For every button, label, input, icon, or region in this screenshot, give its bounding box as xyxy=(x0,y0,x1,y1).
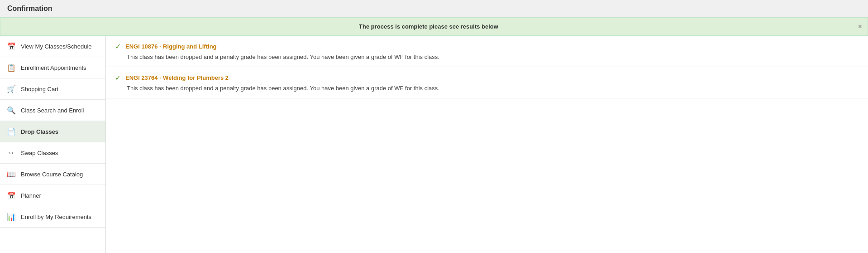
shopping-cart-label: Shopping Cart xyxy=(21,86,58,92)
sidebar-item-enroll-requirements[interactable]: 📊Enroll by My Requirements xyxy=(0,206,105,228)
result-1-check-icon: ✓ xyxy=(115,42,121,51)
sidebar-item-class-search[interactable]: 🔍Class Search and Enroll xyxy=(0,100,105,121)
planner-icon: 📅 xyxy=(6,190,16,200)
sidebar-item-browse-catalog[interactable]: 📖Browse Course Catalog xyxy=(0,164,105,185)
class-search-label: Class Search and Enroll xyxy=(21,107,84,114)
result-2-description: This class has been dropped and a penalt… xyxy=(115,85,859,92)
sidebar-item-view-classes[interactable]: 📅View My Classes/Schedule xyxy=(0,36,105,57)
sidebar-item-shopping-cart[interactable]: 🛒Shopping Cart xyxy=(0,78,105,100)
result-2-header: ✓ENGI 23764 - Welding for Plumbers 2 xyxy=(115,73,859,82)
swap-classes-icon: ↔ xyxy=(6,148,16,158)
drop-classes-label: Drop Classes xyxy=(21,128,58,135)
sidebar-item-enrollment-appointments[interactable]: 📋Enrollment Appointments xyxy=(0,57,105,78)
result-1-title[interactable]: ENGI 10876 - Rigging and Lifting xyxy=(125,43,217,50)
main-content: ✓ENGI 10876 - Rigging and LiftingThis cl… xyxy=(106,36,868,253)
sidebar-item-drop-classes[interactable]: 📄Drop Classes xyxy=(0,121,105,142)
result-1: ✓ENGI 10876 - Rigging and LiftingThis cl… xyxy=(106,36,868,67)
result-2-title[interactable]: ENGI 23764 - Welding for Plumbers 2 xyxy=(125,74,229,81)
result-1-header: ✓ENGI 10876 - Rigging and Lifting xyxy=(115,42,859,51)
alert-banner: The process is complete please see resul… xyxy=(0,17,868,36)
alert-message: The process is complete please see resul… xyxy=(359,23,498,30)
enroll-requirements-label: Enroll by My Requirements xyxy=(21,214,91,220)
view-classes-icon: 📅 xyxy=(6,41,16,51)
result-2: ✓ENGI 23764 - Welding for Plumbers 2This… xyxy=(106,67,868,98)
planner-label: Planner xyxy=(21,192,41,199)
swap-classes-label: Swap Classes xyxy=(21,150,58,156)
browse-catalog-label: Browse Course Catalog xyxy=(21,171,83,178)
alert-close-button[interactable]: × xyxy=(858,23,862,30)
sidebar-item-swap-classes[interactable]: ↔Swap Classes xyxy=(0,142,105,164)
enroll-requirements-icon: 📊 xyxy=(6,212,16,222)
result-2-check-icon: ✓ xyxy=(115,73,121,82)
browse-catalog-icon: 📖 xyxy=(6,169,16,179)
sidebar-item-planner[interactable]: 📅Planner xyxy=(0,185,105,206)
class-search-icon: 🔍 xyxy=(6,105,16,115)
enrollment-appointments-label: Enrollment Appointments xyxy=(21,64,86,71)
page-title: Confirmation xyxy=(0,0,868,17)
sidebar: 📅View My Classes/Schedule📋Enrollment App… xyxy=(0,36,106,253)
drop-classes-icon: 📄 xyxy=(6,126,16,136)
view-classes-label: View My Classes/Schedule xyxy=(21,43,92,50)
enrollment-appointments-icon: 📋 xyxy=(6,63,16,73)
shopping-cart-icon: 🛒 xyxy=(6,84,16,94)
result-1-description: This class has been dropped and a penalt… xyxy=(115,54,859,60)
